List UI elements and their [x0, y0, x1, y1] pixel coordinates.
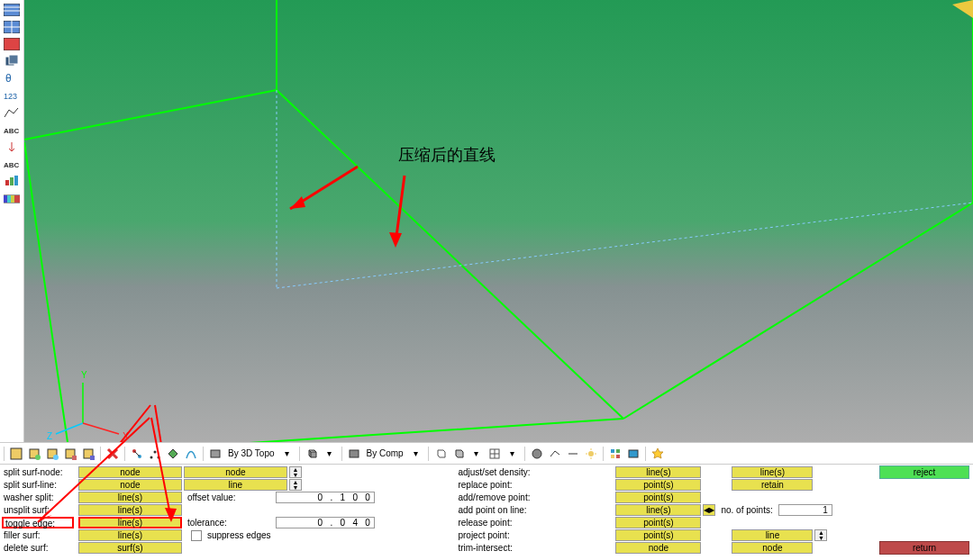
- shade-icon-3[interactable]: [565, 446, 581, 462]
- project-line-btn[interactable]: line: [732, 529, 813, 541]
- tool-icon-10[interactable]: ABC: [2, 156, 22, 172]
- viewport-3d[interactable]: Y Z X 压缩后的直线: [24, 0, 973, 442]
- display-icon-3[interactable]: [44, 446, 60, 462]
- dropdown-icon-3[interactable]: ▾: [408, 446, 424, 462]
- display-icon-2[interactable]: [26, 446, 42, 462]
- svg-rect-17: [4, 195, 7, 203]
- filler-lines-btn[interactable]: line(s): [78, 529, 182, 541]
- label-delete-surf: delete surf:: [2, 543, 74, 553]
- spinner-2[interactable]: ▲▼: [289, 479, 302, 491]
- addpointline-toggle[interactable]: ◀▶: [703, 504, 715, 516]
- reject-button[interactable]: reject: [879, 465, 969, 479]
- trim-node-btn-2[interactable]: node: [732, 542, 813, 554]
- tool-icon-8[interactable]: ABC: [2, 122, 22, 138]
- density-lines-btn2[interactable]: line(s): [732, 466, 813, 478]
- svg-rect-15: [14, 176, 18, 185]
- spinner-1[interactable]: ▲▼: [289, 466, 302, 478]
- tool-icon-2[interactable]: [2, 19, 22, 35]
- tool-icon-d[interactable]: [183, 446, 199, 462]
- toggle-edge-lines-btn[interactable]: line(s): [78, 517, 182, 528]
- split-line-btn-1[interactable]: node: [78, 479, 182, 491]
- addpointline-lines-btn[interactable]: line(s): [615, 504, 701, 516]
- svg-rect-72: [629, 450, 638, 457]
- cube-icon-1[interactable]: [304, 446, 320, 462]
- svg-point-43: [35, 455, 41, 460]
- shade-icon-1[interactable]: [529, 446, 545, 462]
- topo-icon[interactable]: [207, 446, 223, 462]
- by-comp-label[interactable]: By Comp: [364, 448, 406, 458]
- tool-icon-3[interactable]: [2, 36, 22, 52]
- split-node-btn-1[interactable]: node: [78, 466, 182, 478]
- svg-rect-68: [611, 449, 614, 453]
- grid-icon-3[interactable]: [486, 446, 503, 462]
- nopoints-input[interactable]: [778, 504, 832, 516]
- svg-rect-71: [616, 455, 620, 458]
- tool-icon-a[interactable]: [129, 446, 145, 462]
- suppress-label: suppress edges: [204, 530, 271, 540]
- label-replace-point: replace point:: [456, 480, 542, 490]
- split-node-btn-2[interactable]: node: [184, 466, 287, 478]
- dropdown-icon-1[interactable]: ▾: [279, 446, 296, 462]
- tool-icon-5[interactable]: θ: [2, 70, 22, 86]
- display-icon-4[interactable]: [62, 446, 78, 462]
- svg-text:Z: Z: [47, 431, 52, 441]
- shade-icon-2[interactable]: [547, 446, 563, 462]
- svg-text:ABC: ABC: [4, 127, 20, 135]
- svg-rect-57: [350, 450, 359, 457]
- bottom-panel: split surf-node: split surf-line: washer…: [0, 465, 973, 560]
- grid-icon-1[interactable]: [432, 446, 449, 462]
- label-unsplit-surf: unsplit surf:: [2, 505, 74, 515]
- svg-point-61: [532, 449, 541, 458]
- display-icon-1[interactable]: [8, 446, 24, 462]
- svg-rect-8: [9, 55, 18, 64]
- tool-icon-9[interactable]: [2, 139, 22, 155]
- return-button[interactable]: return: [879, 541, 969, 555]
- tolerance-input[interactable]: [276, 517, 375, 528]
- bottom-toolbar: By 3D Topo ▾ ▾ By Comp ▾ ▾ ▾: [0, 442, 973, 465]
- label-add-remove-point: add/remove point:: [456, 492, 542, 502]
- tool-icon-c[interactable]: [165, 446, 181, 462]
- replace-points-btn[interactable]: point(s): [615, 479, 701, 491]
- delete-icon[interactable]: [105, 446, 121, 462]
- tool-icon-b[interactable]: [147, 446, 163, 462]
- view-icon-2[interactable]: [625, 446, 641, 462]
- density-lines-btn[interactable]: line(s): [615, 466, 701, 478]
- addremove-points-btn[interactable]: point(s): [615, 492, 701, 503]
- offset-label: offset value:: [184, 492, 274, 502]
- trim-node-btn-1[interactable]: node: [615, 542, 701, 554]
- split-line-btn-2[interactable]: line: [184, 479, 287, 491]
- tool-icon-6[interactable]: 123: [2, 87, 22, 104]
- washer-lines-btn[interactable]: line(s): [78, 492, 182, 503]
- delete-surfs-btn[interactable]: surf(s): [78, 542, 182, 554]
- svg-rect-41: [11, 448, 22, 459]
- grid-icon-2[interactable]: [450, 446, 467, 462]
- dropdown-icon-5[interactable]: ▾: [505, 446, 521, 462]
- tool-icon-1[interactable]: [2, 2, 22, 18]
- tool-icon-11[interactable]: [2, 173, 22, 189]
- tool-icon-12[interactable]: [2, 190, 22, 206]
- by-3d-topo-label[interactable]: By 3D Topo: [225, 448, 277, 458]
- release-points-btn[interactable]: point(s): [615, 517, 701, 528]
- svg-rect-19: [11, 195, 14, 203]
- dropdown-icon-2[interactable]: ▾: [322, 446, 338, 462]
- star-icon[interactable]: [650, 446, 666, 462]
- light-icon[interactable]: [583, 446, 599, 462]
- suppress-checkbox[interactable]: [191, 530, 202, 541]
- offset-value-input[interactable]: [276, 492, 375, 503]
- svg-rect-69: [616, 449, 620, 453]
- comp-icon[interactable]: [346, 446, 362, 462]
- svg-rect-70: [611, 455, 614, 458]
- tool-icon-7[interactable]: [2, 104, 22, 121]
- tool-icon-4[interactable]: [2, 53, 22, 69]
- label-split-surf-node: split surf-node:: [2, 467, 74, 477]
- dropdown-icon-4[interactable]: ▾: [468, 446, 485, 462]
- project-spinner[interactable]: ▲▼: [814, 529, 827, 541]
- svg-rect-13: [5, 180, 9, 185]
- retain-btn[interactable]: retain: [732, 479, 813, 491]
- svg-point-54: [154, 450, 157, 453]
- view-icon-1[interactable]: [607, 446, 623, 462]
- project-points-btn[interactable]: point(s): [615, 529, 701, 541]
- display-icon-5[interactable]: [80, 446, 96, 462]
- unsplit-lines-btn[interactable]: line(s): [78, 504, 182, 516]
- svg-line-52: [134, 451, 140, 456]
